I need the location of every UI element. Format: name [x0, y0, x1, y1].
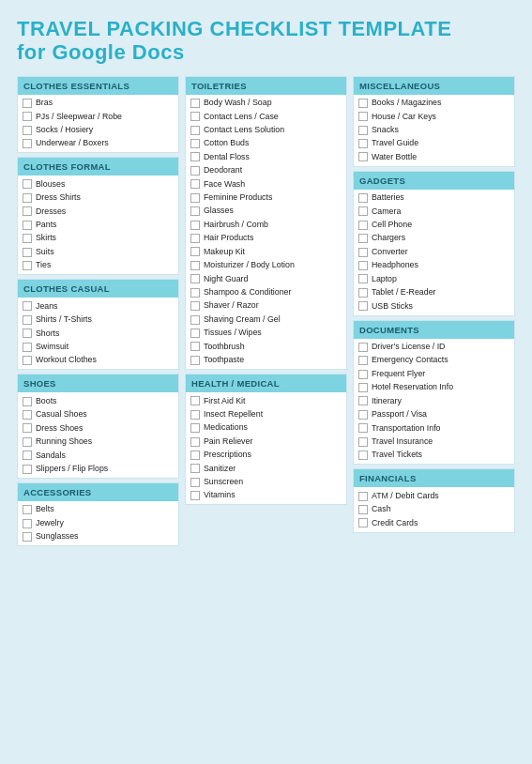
list-item[interactable]: Driver's License / ID: [354, 341, 514, 354]
checkbox[interactable]: [23, 505, 32, 514]
list-item[interactable]: Shirts / T-Shirts: [18, 313, 178, 327]
list-item[interactable]: Insect Repellent: [186, 407, 346, 420]
list-item[interactable]: Prescriptions: [186, 449, 346, 462]
checkbox[interactable]: [190, 315, 200, 325]
list-item[interactable]: Laptop: [354, 272, 514, 285]
list-item[interactable]: Pants: [18, 219, 178, 232]
list-item[interactable]: Camera: [354, 205, 514, 218]
list-item[interactable]: Transportation Info: [354, 421, 514, 435]
checkbox[interactable]: [358, 356, 368, 365]
list-item[interactable]: Face Wash: [186, 177, 346, 191]
checkbox[interactable]: [23, 343, 32, 352]
list-item[interactable]: Dental Floss: [186, 150, 346, 163]
list-item[interactable]: Frequent Flyer: [354, 367, 514, 380]
checkbox[interactable]: [23, 99, 32, 108]
list-item[interactable]: Cash: [354, 503, 514, 516]
list-item[interactable]: Toothbrush: [186, 340, 346, 353]
checkbox[interactable]: [190, 152, 200, 161]
list-item[interactable]: Toothpaste: [186, 354, 346, 367]
checkbox[interactable]: [358, 343, 368, 352]
checkbox[interactable]: [190, 437, 200, 447]
list-item[interactable]: Travel Insurance: [354, 435, 514, 448]
checkbox[interactable]: [190, 221, 200, 230]
list-item[interactable]: Chargers: [354, 232, 514, 245]
list-item[interactable]: Night Guard: [186, 272, 346, 285]
list-item[interactable]: Pain Reliever: [186, 435, 346, 448]
checkbox[interactable]: [23, 221, 32, 230]
list-item[interactable]: Makeup Kit: [186, 245, 346, 258]
list-item[interactable]: Boots: [18, 394, 178, 407]
checkbox[interactable]: [358, 99, 368, 108]
checkbox[interactable]: [190, 491, 200, 500]
checkbox[interactable]: [358, 112, 368, 121]
checkbox[interactable]: [358, 139, 368, 148]
list-item[interactable]: Snacks: [354, 123, 514, 136]
checkbox[interactable]: [23, 532, 32, 542]
checkbox[interactable]: [358, 423, 368, 433]
list-item[interactable]: Ties: [18, 259, 178, 272]
list-item[interactable]: Bras: [18, 97, 178, 110]
checkbox[interactable]: [23, 437, 32, 447]
checkbox[interactable]: [358, 261, 368, 270]
list-item[interactable]: Slippers / Flip Flops: [18, 462, 178, 475]
list-item[interactable]: Hair Products: [186, 232, 346, 245]
list-item[interactable]: Socks / Hosiery: [18, 123, 178, 136]
checkbox[interactable]: [190, 464, 200, 473]
checkbox[interactable]: [23, 329, 32, 338]
list-item[interactable]: Converter: [354, 245, 514, 258]
checkbox[interactable]: [23, 301, 32, 311]
list-item[interactable]: Credit Cards: [354, 516, 514, 529]
list-item[interactable]: Travel Guide: [354, 137, 514, 150]
list-item[interactable]: Dresses: [18, 205, 178, 218]
list-item[interactable]: Headphones: [354, 259, 514, 272]
checkbox[interactable]: [358, 437, 368, 447]
checkbox[interactable]: [23, 193, 32, 203]
checkbox[interactable]: [190, 342, 200, 351]
list-item[interactable]: Suits: [18, 245, 178, 258]
list-item[interactable]: Batteries: [354, 191, 514, 205]
list-item[interactable]: Passport / Visa: [354, 408, 514, 421]
list-item[interactable]: Deodorant: [186, 164, 346, 177]
checkbox[interactable]: [190, 166, 200, 176]
checkbox[interactable]: [23, 410, 32, 420]
list-item[interactable]: Sunglasses: [18, 530, 178, 543]
list-item[interactable]: Vitamins: [186, 489, 346, 502]
checkbox[interactable]: [358, 221, 368, 230]
list-item[interactable]: Belts: [18, 503, 178, 516]
checkbox[interactable]: [190, 356, 200, 365]
list-item[interactable]: Body Wash / Soap: [186, 97, 346, 110]
list-item[interactable]: Hotel Reservation Info: [354, 381, 514, 394]
list-item[interactable]: Books / Magazines: [354, 97, 514, 110]
list-item[interactable]: Moisturizer / Body Lotion: [186, 259, 346, 272]
list-item[interactable]: Running Shoes: [18, 435, 178, 449]
checkbox[interactable]: [358, 518, 368, 527]
list-item[interactable]: Dress Shirts: [18, 191, 178, 205]
checkbox[interactable]: [190, 126, 200, 135]
checkbox[interactable]: [23, 465, 32, 474]
list-item[interactable]: Emergency Contacts: [354, 354, 514, 367]
checkbox[interactable]: [358, 505, 368, 514]
checkbox[interactable]: [358, 274, 368, 283]
list-item[interactable]: ATM / Debit Cards: [354, 489, 514, 502]
checkbox[interactable]: [23, 126, 32, 135]
checkbox[interactable]: [190, 301, 200, 311]
list-item[interactable]: Workout Clothes: [18, 354, 178, 367]
checkbox[interactable]: [23, 206, 32, 216]
checkbox[interactable]: [358, 193, 368, 203]
list-item[interactable]: House / Car Keys: [354, 110, 514, 123]
checkbox[interactable]: [358, 234, 368, 243]
list-item[interactable]: Cell Phone: [354, 219, 514, 232]
checkbox[interactable]: [358, 396, 368, 405]
list-item[interactable]: First Aid Kit: [186, 394, 346, 407]
list-item[interactable]: Shaver / Razor: [186, 299, 346, 313]
list-item[interactable]: Shaving Cream / Gel: [186, 313, 346, 326]
checkbox[interactable]: [190, 451, 200, 460]
checkbox[interactable]: [358, 152, 368, 161]
checkbox[interactable]: [358, 248, 368, 257]
checkbox[interactable]: [23, 315, 32, 325]
checkbox[interactable]: [358, 206, 368, 216]
checkbox[interactable]: [190, 410, 200, 420]
checkbox[interactable]: [23, 248, 32, 257]
list-item[interactable]: Shorts: [18, 327, 178, 340]
list-item[interactable]: Casual Shoes: [18, 408, 178, 421]
